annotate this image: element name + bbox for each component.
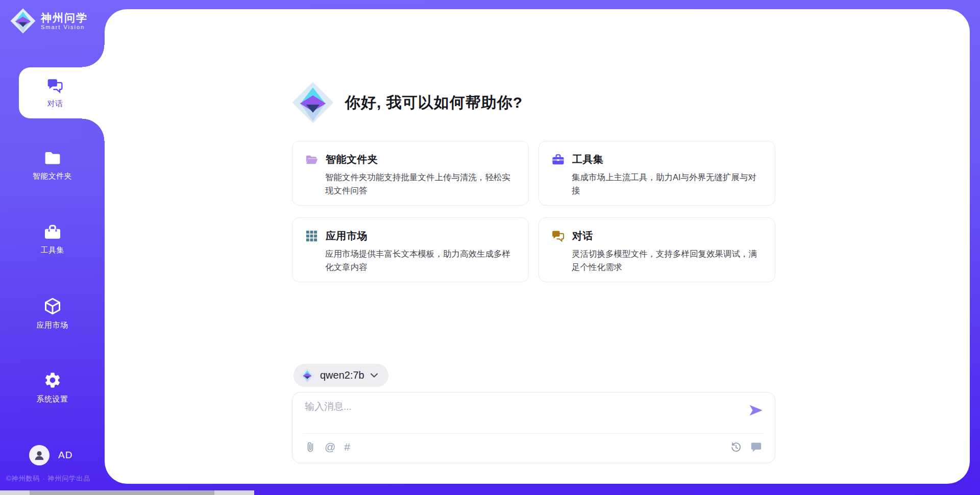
- copyright-text: ©神州数码 · 神州问学出品: [6, 474, 90, 483]
- sidebar-item-label: 应用市场: [37, 320, 68, 330]
- cube-icon: [43, 297, 62, 315]
- toolbox-icon: [551, 153, 565, 166]
- card-app-market[interactable]: 应用市场 应用市场提供丰富长文本模板，助力高效生成多样化文章内容: [292, 217, 529, 282]
- hashtag-icon[interactable]: #: [344, 441, 350, 453]
- card-chat[interactable]: 对话 灵活切换多模型文件，支持多样回复效果调试，满足个性化需求: [538, 217, 775, 282]
- chat-bubbles-icon: [46, 77, 64, 94]
- history-icon[interactable]: [730, 441, 742, 453]
- mention-icon[interactable]: @: [325, 441, 335, 453]
- message-composer: @ #: [292, 392, 775, 463]
- horizontal-scrollbar[interactable]: [0, 490, 254, 495]
- feature-cards: 智能文件夹 智能文件夹功能支持批量文件上传与清洗，轻松实现文件问答 工具集 集成…: [292, 141, 775, 282]
- card-smart-folder[interactable]: 智能文件夹 智能文件夹功能支持批量文件上传与清洗，轻松实现文件问答: [292, 141, 529, 206]
- model-name: qwen2:7b: [320, 369, 364, 381]
- chat-bubble-icon[interactable]: [750, 441, 763, 453]
- card-description: 灵活切换多模型文件，支持多样回复效果调试，满足个性化需求: [572, 247, 763, 274]
- sidebar-item-settings[interactable]: 系统设置: [0, 371, 105, 404]
- sidebar-item-smart-folder[interactable]: 智能文件夹: [0, 149, 105, 181]
- brand-block: 神州问学 Smart Vision: [10, 8, 88, 34]
- open-folder-icon: [305, 153, 318, 166]
- composer-divider: [303, 433, 765, 434]
- sidebar-item-label: 智能文件夹: [33, 171, 72, 181]
- toolbox-icon: [43, 223, 62, 240]
- brand-name: 神州问学: [41, 12, 88, 24]
- sidebar-item-label: 对话: [47, 99, 63, 109]
- card-description: 应用市场提供丰富长文本模板，助力高效生成多样化文章内容: [325, 247, 516, 274]
- sidebar-item-chat[interactable]: 对话: [19, 67, 106, 118]
- sidebar-item-label: 工具集: [40, 245, 64, 255]
- tile-grid-icon: [305, 229, 318, 243]
- gear-icon: [43, 371, 62, 389]
- tab-fillet-bottom: [82, 118, 105, 141]
- greeting-title: 你好, 我可以如何帮助你?: [345, 92, 523, 113]
- card-title: 工具集: [572, 153, 604, 166]
- brand-subtitle: Smart Vision: [41, 24, 88, 30]
- tab-fillet-top: [82, 45, 105, 67]
- greeting-block: 你好, 我可以如何帮助你?: [292, 82, 523, 123]
- card-toolset[interactable]: 工具集 集成市场上主流工具，助力AI与外界无缝扩展与对接: [538, 141, 775, 206]
- send-icon: [748, 403, 764, 418]
- send-button[interactable]: [748, 403, 764, 418]
- sidebar-item-app-market[interactable]: 应用市场: [0, 297, 105, 330]
- main-panel: 你好, 我可以如何帮助你? 智能文件夹 智能文件夹功能支持批量文件上传与清洗，轻…: [105, 9, 970, 484]
- chevron-down-icon: [370, 373, 378, 379]
- user-account[interactable]: AD: [29, 445, 72, 465]
- user-name: AD: [58, 450, 72, 461]
- attach-file-icon[interactable]: [305, 441, 316, 453]
- sidebar-item-label: 系统设置: [37, 394, 68, 404]
- card-title: 对话: [572, 229, 593, 243]
- brand-gem-icon: [292, 82, 334, 123]
- avatar: [29, 445, 50, 465]
- card-description: 集成市场上主流工具，助力AI与外界无缝扩展与对接: [572, 170, 763, 197]
- sidebar-item-toolset[interactable]: 工具集: [0, 223, 105, 255]
- person-icon: [33, 449, 46, 462]
- chat-bubbles-icon: [551, 229, 565, 243]
- message-input[interactable]: [305, 400, 733, 429]
- scrollbar-thumb[interactable]: [30, 490, 214, 495]
- app-screen: 你好, 我可以如何帮助你? 智能文件夹 智能文件夹功能支持批量文件上传与清洗，轻…: [0, 0, 980, 495]
- card-description: 智能文件夹功能支持批量文件上传与清洗，轻松实现文件问答: [325, 170, 516, 197]
- model-gem-icon: [300, 368, 314, 383]
- card-title: 智能文件夹: [326, 153, 378, 166]
- model-selector[interactable]: qwen2:7b: [293, 364, 388, 387]
- card-title: 应用市场: [326, 229, 368, 243]
- folder-icon: [43, 149, 62, 166]
- sidebar-logo-icon: [10, 8, 36, 34]
